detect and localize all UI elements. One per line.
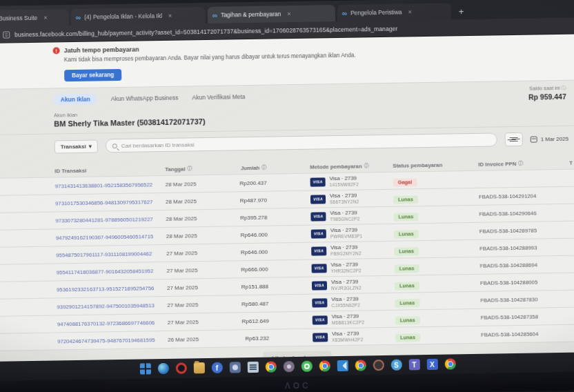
transaction-id-link[interactable]: 9474088176370132-9723686697746606 xyxy=(57,319,168,327)
tab-pengelola-peristiwa[interactable]: ∞ Pengelola Peristiwa × xyxy=(337,3,451,21)
transaction-id-link[interactable]: 9731431413638801-9521583567956522 xyxy=(55,181,166,189)
transaction-date: 28 Mar 2025 xyxy=(166,215,229,222)
close-icon[interactable]: × xyxy=(43,14,47,21)
info-icon[interactable]: ⓘ xyxy=(364,162,369,169)
transaction-amount: Rp487.970 xyxy=(229,197,284,204)
tab-pengelola-iklan[interactable]: ∞ (4) Pengelola Iklan - Kelola Ikl × xyxy=(71,7,206,26)
excel-icon[interactable] xyxy=(426,359,437,370)
search-input[interactable]: Cari berdasarkan ID transaksi xyxy=(106,133,497,153)
transaction-date: 27 Mar 2025 xyxy=(166,249,230,256)
chrome-icon[interactable] xyxy=(355,360,366,371)
invoice-id: FBADS-538-104287830 xyxy=(480,295,571,303)
tab-meta-business-suite[interactable]: Meta Business Suite × xyxy=(0,9,69,27)
pay-now-button[interactable]: Bayar sekarang xyxy=(64,69,121,81)
start-menu-icon[interactable] xyxy=(139,363,150,374)
edge-icon[interactable] xyxy=(157,363,168,374)
tab-tagihan-pembayaran[interactable]: ∞ Tagihan & pembayaran × xyxy=(208,5,335,23)
transaction-amount: Rp200.437 xyxy=(229,179,284,186)
transaction-filter-dropdown[interactable]: Transaksi▾ xyxy=(55,139,98,153)
col-id-invoice-ppn: ID Invoice PPNⓘ xyxy=(478,159,569,168)
address-url[interactable]: business.facebook.com/billing_hub/paymen… xyxy=(14,25,397,38)
payment-method-cell: VISA Visa · 2739 X83MWH42P2 xyxy=(286,331,395,344)
transaction-amount: Rp151.888 xyxy=(230,283,286,290)
visa-icon: VISA xyxy=(311,246,326,255)
invoice-id: FBADS-538-104288993 xyxy=(479,244,571,251)
filters-tune-button[interactable] xyxy=(504,133,522,146)
chrome-icon[interactable] xyxy=(265,361,276,372)
payment-method-cell: VISA Visa · 2739 CJX55N62P2 xyxy=(286,296,395,309)
photos-icon[interactable] xyxy=(283,361,294,372)
tab-akun-whatsapp-business[interactable]: Akun WhatsApp Business xyxy=(111,95,179,103)
teams-icon[interactable] xyxy=(408,359,419,370)
skype-icon[interactable] xyxy=(390,360,402,371)
meta-icon: ∞ xyxy=(342,9,347,17)
tab-label: Meta Business Suite xyxy=(0,14,37,22)
monitor-brand-logo: ΛOC xyxy=(285,380,311,391)
chrome-icon[interactable] xyxy=(319,360,330,371)
visa-icon: VISA xyxy=(311,229,326,238)
payment-method-cell: VISA Visa · 2739 M6B813KC2P2 xyxy=(286,313,395,326)
transaction-amount: Rp580.487 xyxy=(230,300,286,307)
search-placeholder: Cari berdasarkan ID transaksi xyxy=(121,141,195,149)
transaction-date: 28 Mar 2025 xyxy=(166,180,229,187)
transaction-id-link[interactable]: 9479249162190367-9496005460514715 xyxy=(56,233,166,241)
info-icon[interactable]: ⓘ xyxy=(518,160,523,167)
calendar-icon xyxy=(531,136,537,142)
transaction-amount: Rp63.232 xyxy=(231,335,286,342)
col-jumlah: Jumlahⓘ xyxy=(228,164,284,171)
transaction-id-link[interactable]: 9554875017961117-9311108199004462 xyxy=(56,250,166,258)
banner-title: Jatuh tempo pembayaran xyxy=(64,46,139,55)
transaction-date: 26 Mar 2025 xyxy=(168,335,231,342)
invoice-id: FBADS-538-104290646 xyxy=(479,209,570,217)
payment-reference: S66T3NY2N2 xyxy=(330,199,359,204)
tab-akun-iklan[interactable]: Akun Iklan xyxy=(54,93,97,105)
visa-icon: VISA xyxy=(311,264,326,273)
info-icon[interactable]: ⓘ xyxy=(188,165,192,172)
tab-label: (4) Pengelola Iklan - Kelola Ikl xyxy=(84,12,162,21)
close-icon[interactable]: × xyxy=(287,10,290,17)
visa-icon: VISA xyxy=(313,333,328,342)
close-icon[interactable]: × xyxy=(168,12,172,19)
info-icon[interactable]: ⓘ xyxy=(261,164,266,171)
info-icon[interactable]: ⓘ xyxy=(561,86,566,90)
site-info-icon[interactable] xyxy=(3,31,10,38)
facebook-icon[interactable] xyxy=(211,362,222,373)
search-icon xyxy=(112,144,117,148)
maps-icon[interactable] xyxy=(229,362,240,373)
transaction-id-link[interactable]: 9554117418036877-9016432058451952 xyxy=(57,267,167,275)
transaction-id-link[interactable]: 9392901214157892-9475001035948513 xyxy=(57,302,167,310)
balance-label: Saldo saat ini ⓘ xyxy=(528,85,566,92)
transaction-date: 27 Mar 2025 xyxy=(168,318,231,325)
transaction-id-link[interactable]: 9720424674739475-9487670194681595 xyxy=(57,336,168,344)
close-icon[interactable]: × xyxy=(408,8,412,15)
new-tab-button[interactable]: + xyxy=(453,6,470,19)
payment-reference: T985GNC2P2 xyxy=(330,216,359,222)
status-badge: Lunas xyxy=(395,316,420,325)
chrome-icon[interactable] xyxy=(444,358,455,369)
chevron-down-icon: ▾ xyxy=(89,143,92,149)
tab-akun-verifikasi-meta[interactable]: Akun Verifikasi Meta xyxy=(192,93,245,101)
file-explorer-icon[interactable] xyxy=(193,362,204,373)
transaction-id-link[interactable]: 9731017530346856-9481309795317627 xyxy=(55,198,166,206)
col-metode-pembayaran: Metode pembayaranⓘ xyxy=(284,162,393,170)
status-badge: Lunas xyxy=(394,230,419,239)
transaction-id-link[interactable]: 9536192332163713-9515271895254756 xyxy=(57,284,167,293)
whatsapp-icon[interactable] xyxy=(301,361,312,372)
transactions-table: ID Transaksi Tanggalⓘ Jumlahⓘ Metode pem… xyxy=(0,156,574,362)
transaction-amount: Rp612.649 xyxy=(231,317,286,324)
date-range-picker[interactable]: 1 Mar 2025 xyxy=(531,135,569,142)
payment-method-cell: VISA Visa · 2739 S66T3NY2N2 xyxy=(284,193,393,206)
invoice-id xyxy=(479,178,570,179)
opera-icon[interactable] xyxy=(175,362,186,373)
payment-reference: X83MWH42P2 xyxy=(332,337,363,342)
transaction-id-link[interactable]: 9733073280441281-9788960501219227 xyxy=(55,215,166,224)
error-icon: ! xyxy=(53,47,60,54)
col-clipped: T xyxy=(569,159,574,166)
vscode-icon[interactable] xyxy=(337,360,348,371)
instagram-icon[interactable] xyxy=(373,360,384,371)
status-badge: Gagal xyxy=(393,178,417,187)
transaction-amount: Rp395.278 xyxy=(229,214,284,221)
payment-reference: 1415NW82F2 xyxy=(330,182,359,187)
status-badge: Lunas xyxy=(395,299,419,308)
notepad-icon[interactable] xyxy=(247,362,258,373)
